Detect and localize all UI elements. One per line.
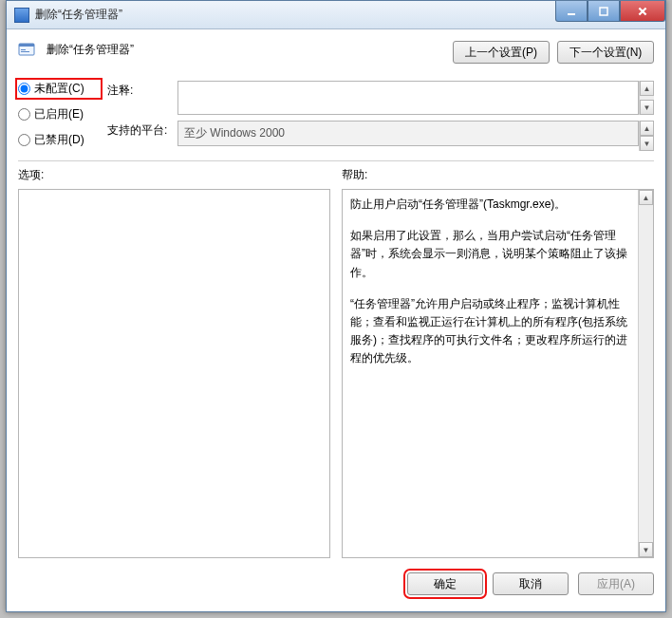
scroll-up-icon[interactable]: ▲ <box>639 190 653 205</box>
help-paragraph: 防止用户启动“任务管理器”(Taskmgr.exe)。 <box>350 196 630 214</box>
scroll-up-icon[interactable]: ▲ <box>640 81 654 96</box>
window-title: 删除“任务管理器” <box>35 7 122 23</box>
help-label: 帮助: <box>342 167 654 183</box>
prev-label: 上一个设置(P) <box>465 46 537 59</box>
client-area: 删除“任务管理器” 上一个设置(P) 下一个设置(N) 未配置(C) 已启用(E… <box>7 29 665 611</box>
next-setting-button[interactable]: 下一个设置(N) <box>557 41 654 64</box>
help-scrollbar[interactable]: ▲ ▼ <box>638 190 653 557</box>
next-label: 下一个设置(N) <box>569 46 643 59</box>
svg-rect-3 <box>19 44 34 47</box>
platform-value: 至少 Windows 2000 <box>184 125 285 141</box>
scroll-up-icon: ▲ <box>640 121 654 136</box>
divider <box>18 160 654 161</box>
ok-label: 确定 <box>434 577 457 590</box>
maximize-button[interactable] <box>588 1 620 22</box>
help-text: 防止用户启动“任务管理器”(Taskmgr.exe)。 如果启用了此设置，那么，… <box>343 190 638 557</box>
svg-rect-5 <box>21 51 29 52</box>
svg-rect-1 <box>600 8 607 15</box>
svg-rect-0 <box>568 13 575 15</box>
scroll-down-icon: ▼ <box>640 136 654 151</box>
scroll-down-icon[interactable]: ▼ <box>639 542 653 557</box>
apply-label: 应用(A) <box>597 577 635 590</box>
radio-disabled[interactable]: 已禁用(D) <box>18 132 100 148</box>
help-paragraph: “任务管理器”允许用户启动或终止程序；监视计算机性能；查看和监视正运行在计算机上… <box>350 295 630 368</box>
cancel-button[interactable]: 取消 <box>493 572 569 595</box>
window-controls <box>555 1 665 22</box>
radio-not-configured-label: 未配置(C) <box>34 81 84 97</box>
policy-icon <box>18 41 35 58</box>
svg-rect-4 <box>21 49 26 50</box>
help-paragraph: 如果启用了此设置，那么，当用户尝试启动“任务管理器”时，系统会显示一则消息，说明… <box>350 227 630 282</box>
radio-enabled-input[interactable] <box>18 108 30 121</box>
minimize-button[interactable] <box>555 1 588 22</box>
radio-enabled-label: 已启用(E) <box>34 106 84 122</box>
comment-scrollbar[interactable]: ▲ ▼ <box>639 81 654 115</box>
close-button[interactable] <box>620 1 665 22</box>
dialog-window: 删除“任务管理器” 删除“任务管理器” 上一个设置(P) 下一个设置(N) <box>6 0 666 612</box>
radio-enabled[interactable]: 已启用(E) <box>18 106 100 122</box>
platform-scrollbar: ▲ ▼ <box>639 121 654 151</box>
app-icon <box>14 8 29 23</box>
comment-label: 注释: <box>107 81 172 99</box>
policy-title: 删除“任务管理器” <box>47 39 441 58</box>
ok-button[interactable]: 确定 <box>407 572 483 595</box>
apply-button: 应用(A) <box>578 572 654 595</box>
previous-setting-button[interactable]: 上一个设置(P) <box>453 41 550 64</box>
comment-textarea[interactable] <box>177 81 639 115</box>
scroll-down-icon[interactable]: ▼ <box>640 100 654 115</box>
title-bar[interactable]: 删除“任务管理器” <box>7 1 665 29</box>
platform-label: 支持的平台: <box>107 121 172 139</box>
radio-not-configured[interactable]: 未配置(C) <box>18 81 100 97</box>
supported-platforms: 至少 Windows 2000 <box>177 121 639 146</box>
radio-disabled-label: 已禁用(D) <box>34 132 84 148</box>
options-box <box>18 189 330 558</box>
options-label: 选项: <box>18 167 330 183</box>
cancel-label: 取消 <box>519 577 542 590</box>
footer: 确定 取消 应用(A) <box>18 558 654 600</box>
radio-not-configured-input[interactable] <box>18 83 30 95</box>
radio-disabled-input[interactable] <box>18 134 30 146</box>
